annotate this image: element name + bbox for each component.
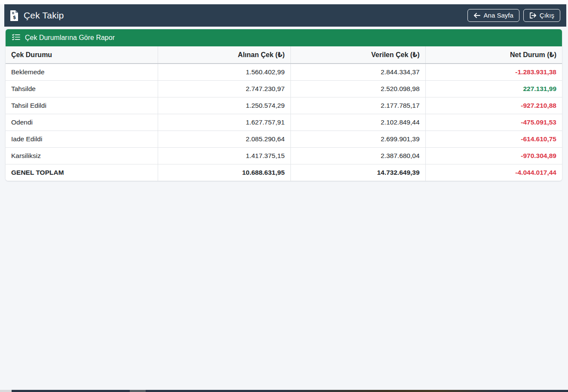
logout-button-label: Çıkış — [540, 12, 554, 19]
cell-status: Karsiliksiz — [6, 148, 158, 164]
report-card: Çek Durumlarına Göre Rapor Çek Durumu Al… — [6, 29, 562, 181]
cell-net: -614.610,75 — [425, 131, 562, 148]
cell-net: -1.283.931,38 — [425, 64, 562, 81]
cell-verilen: 2.520.098,98 — [290, 81, 425, 97]
scrollbar-corner — [0, 390, 12, 392]
table-total-row: GENEL TOPLAM10.688.631,9514.732.649,39-4… — [6, 164, 562, 181]
arrow-left-icon — [473, 13, 480, 18]
table-row: Iade Edildi2.085.290,642.699.901,39-614.… — [6, 131, 562, 148]
cell-status: Odendi — [6, 114, 158, 131]
cell-status: Iade Edildi — [6, 131, 158, 148]
cell-verilen: 2.699.901,39 — [290, 131, 425, 148]
navbar-actions: Ana Sayfa Çıkış — [467, 9, 560, 22]
cell-verilen: 2.387.680,04 — [290, 148, 425, 164]
table-row: Karsiliksiz1.417.375,152.387.680,04-970.… — [6, 148, 562, 164]
column-header-alinan: Alınan Çek (₺) — [158, 46, 290, 64]
cell-net: -475.091,53 — [425, 114, 562, 131]
cell-alinan: 2.747.230,97 — [158, 81, 290, 97]
report-title: Çek Durumlarına Göre Rapor — [25, 34, 115, 42]
table-body: Beklemede1.560.402,992.844.334,37-1.283.… — [6, 64, 562, 181]
cell-verilen: 14.732.649,39 — [290, 164, 425, 181]
cell-alinan: 1.417.375,15 — [158, 148, 290, 164]
list-check-icon — [12, 34, 20, 42]
cell-alinan: 1.627.757,91 — [158, 114, 290, 131]
navbar: $ Çek Takip Ana Sayfa Çıkış — [4, 4, 566, 27]
cell-status: Tahsilde — [6, 81, 158, 97]
cell-net: -970.304,89 — [425, 148, 562, 164]
report-table: Çek Durumu Alınan Çek (₺) Verilen Çek (₺… — [6, 46, 562, 181]
cell-alinan: 10.688.631,95 — [158, 164, 290, 181]
cell-alinan: 2.085.290,64 — [158, 131, 290, 148]
horizontal-scrollbar-thumb[interactable] — [130, 390, 146, 392]
home-button-label: Ana Sayfa — [484, 12, 513, 19]
table-row: Odendi1.627.757,912.102.849,44-475.091,5… — [6, 114, 562, 131]
column-header-status: Çek Durumu — [6, 46, 158, 64]
cell-alinan: 1.250.574,29 — [158, 97, 290, 114]
table-row: Beklemede1.560.402,992.844.334,37-1.283.… — [6, 64, 562, 81]
table-row: Tahsilde2.747.230,972.520.098,98227.131,… — [6, 81, 562, 97]
app-brand: $ Çek Takip — [10, 10, 64, 21]
cell-status: Beklemede — [6, 64, 158, 81]
cell-net: 227.131,99 — [425, 81, 562, 97]
sign-out-icon — [529, 12, 536, 18]
cell-net: -927.210,88 — [425, 97, 562, 114]
money-check-icon: $ — [10, 10, 18, 21]
table-header-row: Çek Durumu Alınan Çek (₺) Verilen Çek (₺… — [6, 46, 562, 64]
column-header-net: Net Durum (₺) — [425, 46, 562, 64]
cell-verilen: 2.102.849,44 — [290, 114, 425, 131]
column-header-verilen: Verilen Çek (₺) — [290, 46, 425, 64]
cell-verilen: 2.844.334,37 — [290, 64, 425, 81]
bottom-taskbar-strip — [0, 390, 568, 392]
logout-button[interactable]: Çıkış — [523, 9, 560, 22]
app-title: Çek Takip — [24, 10, 64, 21]
cell-status: Tahsil Edildi — [6, 97, 158, 114]
cell-alinan: 1.560.402,99 — [158, 64, 290, 81]
report-card-header: Çek Durumlarına Göre Rapor — [6, 29, 562, 46]
cell-status: GENEL TOPLAM — [6, 164, 158, 181]
cell-verilen: 2.177.785,17 — [290, 97, 425, 114]
table-row: Tahsil Edildi1.250.574,292.177.785,17-92… — [6, 97, 562, 114]
svg-text:$: $ — [13, 15, 16, 20]
cell-net: -4.044.017,44 — [425, 164, 562, 181]
home-button[interactable]: Ana Sayfa — [467, 9, 519, 22]
page-top-margin — [0, 0, 568, 4]
